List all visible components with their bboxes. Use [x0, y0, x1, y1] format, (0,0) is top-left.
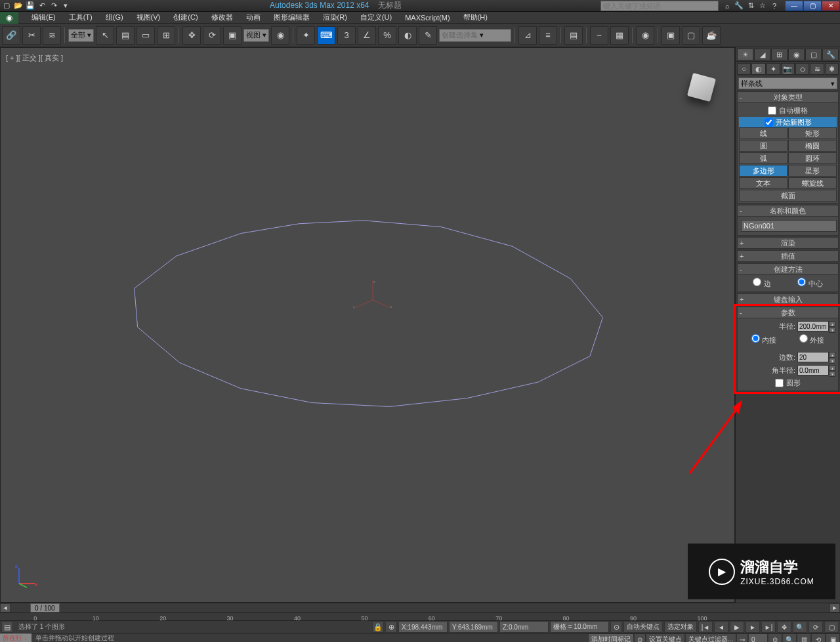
- auto-key-button[interactable]: 自动关键点: [623, 621, 663, 633]
- tab-display[interactable]: ▢: [805, 49, 822, 60]
- btn-text[interactable]: 文本: [739, 177, 788, 189]
- search-icon[interactable]: ⌕: [722, 1, 732, 11]
- rollout-name-color[interactable]: -名称和颜色: [737, 205, 839, 217]
- timeslider-handle[interactable]: 0 / 100: [30, 603, 60, 612]
- tab-create[interactable]: ☀: [737, 49, 753, 60]
- select-name-icon[interactable]: ▤: [116, 26, 135, 45]
- percent-snap-icon[interactable]: %: [378, 26, 396, 45]
- key-mode-icon[interactable]: ⊸: [736, 633, 748, 642]
- close-button[interactable]: ✕: [822, 1, 840, 11]
- selection-filter-dropdown[interactable]: 选定对象: [664, 621, 697, 633]
- add-time-tag[interactable]: 添加时间标记: [588, 633, 634, 642]
- transform-gizmo[interactable]: z x y: [353, 280, 392, 320]
- select-icon[interactable]: ↖: [96, 26, 114, 45]
- btn-circle[interactable]: 圆: [739, 140, 788, 152]
- rect-region-icon[interactable]: ▭: [136, 26, 155, 45]
- btn-rectangle[interactable]: 矩形: [788, 127, 837, 139]
- rollout-object-type[interactable]: -对象类型: [737, 91, 839, 103]
- tab-utilities[interactable]: 🔧: [822, 49, 839, 60]
- sides-input[interactable]: [797, 352, 829, 362]
- goto-end-icon[interactable]: ►|: [761, 621, 776, 633]
- render-setup-icon[interactable]: ▣: [662, 26, 680, 45]
- menu-edit[interactable]: 编辑(E): [25, 12, 62, 23]
- timeslider-right[interactable]: ►: [830, 603, 840, 612]
- menu-tools[interactable]: 工具(T): [62, 12, 99, 23]
- subtab-cameras[interactable]: 📷: [781, 63, 795, 75]
- btn-line[interactable]: 线: [739, 127, 788, 139]
- nav-zoom2-icon[interactable]: 🔍: [782, 633, 797, 642]
- tab-hierarchy[interactable]: ⊞: [771, 49, 788, 60]
- pivot-icon[interactable]: ◉: [271, 26, 289, 45]
- autogrid-checkbox[interactable]: [768, 106, 776, 115]
- exchange-icon[interactable]: ⇅: [746, 1, 756, 11]
- time-tag-icon[interactable]: ⊙: [634, 633, 646, 642]
- rendered-frame-icon[interactable]: ▢: [682, 26, 700, 45]
- tab-modify[interactable]: ◢: [754, 49, 770, 60]
- circular-checkbox[interactable]: [775, 379, 784, 387]
- btn-arc[interactable]: 弧: [739, 152, 788, 164]
- nav-max-icon[interactable]: ▢: [824, 621, 839, 633]
- layer-icon[interactable]: ▤: [564, 26, 583, 45]
- radius-down[interactable]: ▾: [829, 327, 835, 333]
- subtab-spacewarps[interactable]: ≋: [810, 63, 824, 75]
- menu-customize[interactable]: 自定义(U): [354, 12, 398, 23]
- keyboard-shortcut-icon[interactable]: ⌨: [317, 26, 335, 45]
- prev-frame-icon[interactable]: ◄: [714, 621, 728, 633]
- corner-down[interactable]: ▾: [829, 371, 835, 377]
- sides-down[interactable]: ▾: [829, 358, 835, 364]
- subtab-lights[interactable]: ✦: [766, 63, 780, 75]
- unlink-icon[interactable]: ✂: [22, 26, 41, 45]
- nav-orbit-icon[interactable]: ⟳: [808, 621, 823, 633]
- script-icon[interactable]: ▤: [1, 621, 13, 633]
- tab-motion[interactable]: ◉: [788, 49, 805, 60]
- rollout-interpolation[interactable]: +插值: [737, 250, 839, 262]
- nav-roll-icon[interactable]: ⟲: [811, 633, 826, 642]
- btn-ngon[interactable]: 多边形: [739, 165, 788, 177]
- btn-helix[interactable]: 螺旋线: [788, 177, 837, 189]
- menu-modifiers[interactable]: 修改器: [205, 12, 240, 23]
- edit-named-sel-icon[interactable]: ✎: [419, 26, 437, 45]
- minimize-button[interactable]: —: [785, 1, 803, 11]
- menu-animation[interactable]: 动画: [240, 12, 267, 23]
- key-filter-button[interactable]: 关键点过滤器...: [685, 633, 736, 642]
- schematic-icon[interactable]: ▦: [610, 26, 629, 45]
- subtab-helpers[interactable]: ◇: [795, 63, 809, 75]
- timeslider-left[interactable]: ◄: [0, 603, 10, 612]
- coord-y[interactable]: Y: 643.169mm: [449, 621, 498, 633]
- corner-up[interactable]: ▴: [829, 365, 835, 371]
- btn-ellipse[interactable]: 椭圆: [788, 140, 837, 152]
- menu-group[interactable]: 组(G): [99, 12, 130, 23]
- menu-maxscript[interactable]: MAXScript(M): [398, 12, 456, 23]
- save-icon[interactable]: 💾: [25, 1, 35, 11]
- angle-snap-icon[interactable]: ∠: [358, 26, 376, 45]
- new-icon[interactable]: ▢: [1, 1, 12, 11]
- app-menu-icon[interactable]: ◉: [0, 12, 18, 24]
- rollout-creation-method[interactable]: -创建方法: [737, 263, 839, 275]
- move-icon[interactable]: ✥: [182, 26, 201, 45]
- nav-pan-icon[interactable]: ✥: [777, 621, 791, 633]
- category-dropdown[interactable]: 样条线▾: [738, 77, 837, 89]
- radio-center[interactable]: 中心: [797, 278, 822, 289]
- viewport[interactable]: [ + ][ 正交 ][ 真实 ] z x y z x: [0, 47, 735, 603]
- open-icon[interactable]: 📂: [13, 1, 24, 11]
- rollout-render[interactable]: +渲染: [737, 237, 839, 249]
- menu-create[interactable]: 创建(C): [167, 12, 204, 23]
- radio-circumscribed[interactable]: 外接: [799, 334, 824, 345]
- radius-input[interactable]: [797, 321, 829, 332]
- btn-section[interactable]: 截面: [739, 190, 837, 202]
- nav-zoom-icon[interactable]: 🔍: [793, 621, 807, 633]
- rollout-parameters[interactable]: -参数: [737, 307, 839, 318]
- material-editor-icon[interactable]: ◉: [636, 26, 654, 45]
- spinner-snap-icon[interactable]: ◐: [398, 26, 417, 45]
- star-icon[interactable]: ☆: [757, 1, 768, 11]
- align-icon[interactable]: ≡: [539, 26, 557, 45]
- snap-3-icon[interactable]: 3: [337, 26, 356, 45]
- sides-up[interactable]: ▴: [829, 352, 835, 358]
- frame-field[interactable]: 0: [748, 633, 768, 642]
- mirror-icon[interactable]: ⊿: [518, 26, 537, 45]
- subtab-systems[interactable]: ✱: [825, 63, 839, 75]
- btn-donut[interactable]: 圆环: [788, 152, 837, 164]
- object-name-input[interactable]: [741, 220, 837, 232]
- ref-coord[interactable]: 视图▾: [243, 29, 269, 42]
- selection-filter[interactable]: 全部▾: [68, 29, 94, 42]
